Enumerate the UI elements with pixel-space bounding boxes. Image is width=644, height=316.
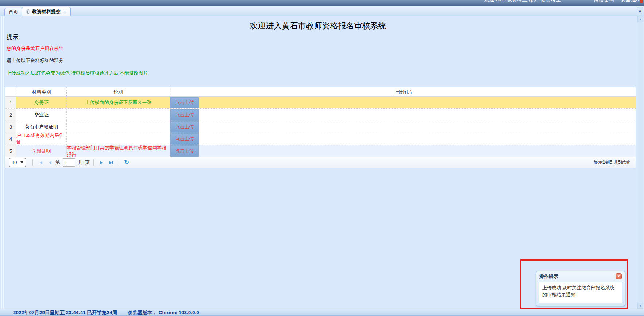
pagination-bar: 10 ◀ ◀ 第 共1页 ▶ ▶ ↻ 显示1到5,共5记录: [5, 157, 636, 168]
top-bar-text: 欢迎:2022教资考生 用户:教资考生 修改密码 安全退出: [484, 0, 641, 3]
column-header-upload: 上传图片: [170, 87, 636, 96]
tab-material-submit[interactable]: 教资材料提交 ×: [22, 7, 71, 16]
upload-button[interactable]: 点击上传: [170, 97, 199, 108]
table-header-row: 材料类别 说明 上传图片: [5, 87, 636, 97]
corner-icon[interactable]: [640, 0, 643, 3]
popup-header: 操作提示 ×: [536, 271, 625, 281]
status-browser: 浏览器版本： Chrome 103.0.0.0: [128, 309, 199, 316]
scroll-up-button[interactable]: ▲: [637, 16, 643, 22]
materials-table: 材料类别 说明 上传图片 1 身份证 上传横向的身份证正反面各一张 点击上传 2…: [5, 87, 636, 157]
popup-message: 上传成功,及时关注教育部报名系统的审核结果通知!: [539, 282, 622, 303]
pager-separator: [93, 159, 94, 166]
material-description: [67, 133, 170, 145]
tab-close-icon[interactable]: ×: [63, 9, 66, 14]
table-row[interactable]: 1 身份证 上传横向的身份证正反面各一张 点击上传: [5, 97, 636, 109]
tip-upload-instruction: 请上传以下资料标红的部分: [7, 57, 63, 64]
material-category: 户口本或有效期内居住证: [16, 133, 67, 145]
records-summary: 显示1到5,共5记录: [594, 159, 632, 165]
prev-page-button[interactable]: ◀: [45, 158, 55, 167]
material-category: 身份证: [16, 97, 67, 108]
page-size-value: 10: [12, 160, 17, 165]
material-category: 黄石市户籍证明: [16, 121, 67, 133]
page-number-input[interactable]: [63, 158, 75, 167]
tab-home-label: 首页: [9, 9, 18, 15]
material-description: 学籍管理部门开具的学籍证明原件或学信网学籍报告: [67, 145, 170, 157]
pager-separator: [32, 159, 33, 166]
refresh-button[interactable]: ↻: [122, 158, 131, 167]
tab-home[interactable]: 首页: [4, 8, 23, 16]
row-index: 5: [5, 145, 16, 157]
logout-link[interactable]: 安全退出: [621, 0, 641, 3]
material-description: [67, 109, 170, 121]
collapse-panel-button[interactable]: «: [637, 7, 643, 15]
pager-separator: [119, 159, 119, 166]
tab-bar: 首页 教资材料提交 × «: [0, 6, 644, 16]
left-panel-edge: [1, 16, 4, 309]
first-page-button[interactable]: ◀: [36, 158, 45, 167]
main-content: 欢迎进入黄石市教师资格报名审核系统 提示: 您的身份是黄石户籍在校生 请上传以下…: [0, 16, 644, 309]
app-window: 欢迎:2022教资考生 用户:教资考生 修改密码 安全退出 首页 教资材料提交 …: [0, 0, 644, 316]
page-title: 欢迎进入黄石市教师资格报名审核系统: [0, 20, 636, 31]
status-datetime: 2022年07月29日星期五 23:44:41 已开学第24周: [13, 309, 117, 316]
upload-button[interactable]: 点击上传: [170, 121, 199, 133]
material-category: 学籍证明: [16, 145, 67, 157]
table-row[interactable]: 5 学籍证明 学籍管理部门开具的学籍证明原件或学信网学籍报告 点击上传: [5, 145, 636, 157]
tip-identity: 您的身份是黄石户籍在校生: [7, 45, 63, 52]
row-index: 3: [5, 121, 16, 133]
column-header-category: 材料类别: [16, 87, 67, 96]
table-row[interactable]: 2 毕业证 点击上传: [5, 109, 636, 121]
scroll-down-button[interactable]: ▼: [637, 303, 643, 309]
tab-material-submit-label: 教资材料提交: [32, 8, 61, 15]
last-page-button[interactable]: ▶: [106, 158, 116, 167]
upload-button[interactable]: 点击上传: [170, 133, 199, 145]
row-index: 4: [5, 133, 16, 145]
page-label-prefix: 第: [55, 159, 60, 166]
paperclip-icon: [26, 9, 30, 14]
popup-title: 操作提示: [539, 273, 558, 280]
table-row[interactable]: 4 户口本或有效期内居住证 点击上传: [5, 133, 636, 145]
next-page-button[interactable]: ▶: [97, 158, 106, 167]
refresh-icon: ↻: [124, 159, 129, 166]
row-index: 1: [5, 97, 16, 108]
row-index: 2: [5, 109, 16, 121]
upload-button[interactable]: 点击上传: [170, 109, 199, 121]
change-password-link[interactable]: 修改密码: [594, 0, 614, 3]
material-description: 上传横向的身份证正反面各一张: [67, 97, 170, 108]
top-bar: 欢迎:2022教资考生 用户:教资考生 修改密码 安全退出: [0, 0, 644, 6]
tips-label: 提示:: [7, 34, 20, 41]
page-count-label: 共1页: [78, 159, 90, 166]
welcome-text: 欢迎:2022教资考生 用户:教资考生: [484, 0, 561, 3]
material-category: 毕业证: [16, 109, 67, 121]
status-bar: 2022年07月29日星期五 23:44:41 已开学第24周 浏览器版本： C…: [0, 309, 644, 316]
popup-close-button[interactable]: ×: [616, 273, 622, 279]
upload-button[interactable]: 点击上传: [170, 145, 199, 157]
operation-tip-popup: 操作提示 × 上传成功,及时关注教育部报名系统的审核结果通知!: [536, 271, 625, 306]
vertical-scrollbar[interactable]: ▲ ▼: [637, 16, 643, 309]
dropdown-arrow-icon: [20, 161, 23, 163]
page-size-select[interactable]: 10: [9, 158, 26, 167]
column-header-index: [5, 87, 16, 96]
tip-status-note: 上传成功之后,红色会变为绿色 待审核员审核通过之后,不能修改图片: [7, 70, 148, 76]
table-row[interactable]: 3 黄石市户籍证明 点击上传: [5, 121, 636, 133]
material-description: [67, 121, 170, 133]
column-header-description: 说明: [67, 87, 170, 96]
